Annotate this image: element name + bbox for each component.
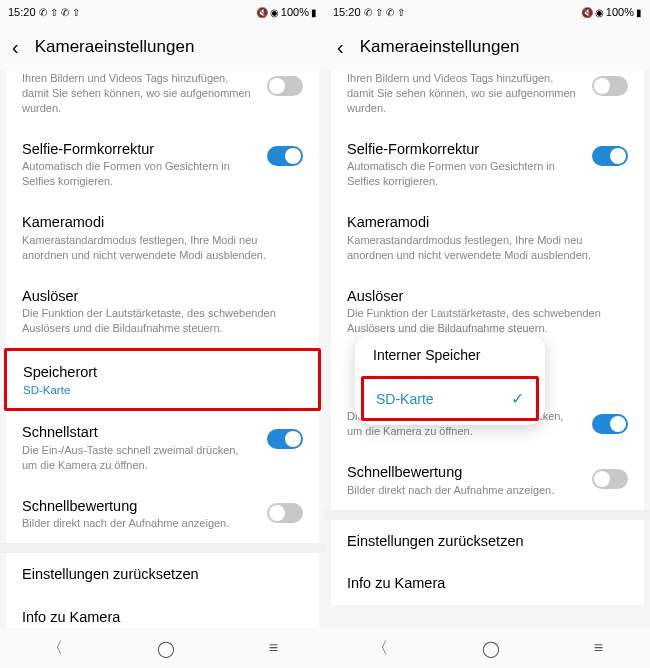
row-desc: Die Funktion der Lautstärketaste, des sc…: [22, 306, 303, 336]
nav-back-icon[interactable]: 〈: [372, 638, 388, 659]
row-quickstart[interactable]: Schnellstart Die Ein-/Aus-Taste schnell …: [6, 411, 319, 485]
status-bar: 15:20 ✆ ⇧ ✆ ⇧ 🔇 ◉ 100% ▮: [0, 0, 325, 24]
check-icon: ✓: [511, 389, 524, 408]
row-about[interactable]: Info zu Kamera: [331, 562, 644, 605]
row-title: Einstellungen zurücksetzen: [22, 565, 199, 584]
row-title: Schnellstart: [22, 423, 255, 442]
row-about[interactable]: Info zu Kamera: [6, 596, 319, 628]
back-icon[interactable]: ‹: [337, 36, 344, 59]
header: ‹ Kameraeinstellungen: [325, 24, 650, 70]
row-camera-modes[interactable]: Kameramodi Kamerastandardmodus festlegen…: [6, 201, 319, 275]
nav-bar: 〈 ◯ ≡: [325, 628, 650, 668]
row-desc: Die Funktion der Lautstärketaste, des sc…: [347, 306, 628, 336]
whatsapp-icon: ✆: [61, 7, 69, 18]
upload-icon: ⇧: [397, 7, 405, 18]
row-desc: Kamerastandardmodus festlegen, Ihre Modi…: [22, 233, 303, 263]
upload-icon: ⇧: [72, 7, 80, 18]
whatsapp-icon: ✆: [386, 7, 394, 18]
status-left: 15:20 ✆ ⇧ ✆ ⇧: [333, 6, 405, 18]
nav-recent-icon[interactable]: ≡: [269, 639, 278, 657]
row-title: Kameramodi: [22, 213, 303, 232]
status-right: 🔇 ◉ 100% ▮: [256, 6, 317, 18]
row-title: Info zu Kamera: [22, 608, 120, 627]
row-geotag[interactable]: Ihren Bildern und Videos Tags hinzufügen…: [331, 70, 644, 128]
row-title: Speicherort: [23, 363, 302, 382]
wifi-icon: ◉: [270, 7, 279, 18]
upload-icon: ⇧: [375, 7, 383, 18]
row-desc: Bilder direkt nach der Aufnahme anzeigen…: [22, 516, 255, 531]
row-desc: Automatisch die Formen von Gesichtern in…: [22, 159, 255, 189]
toggle-geotag[interactable]: [592, 76, 628, 96]
row-desc: Ihren Bildern und Videos Tags hinzufügen…: [347, 71, 580, 116]
battery-icon: ▮: [311, 7, 317, 18]
row-desc: Die Ein-/Aus-Taste schnell zweimal drück…: [22, 443, 255, 473]
row-shutter[interactable]: Auslöser Die Funktion der Lautstärketast…: [6, 275, 319, 349]
row-title: Schnellbewertung: [22, 497, 255, 516]
header: ‹ Kameraeinstellungen: [0, 24, 325, 70]
row-title: Selfie-Formkorrektur: [22, 140, 255, 159]
row-title: Auslöser: [347, 287, 628, 306]
row-selfie-correction[interactable]: Selfie-Formkorrektur Automatisch die For…: [6, 128, 319, 202]
nav-home-icon[interactable]: ◯: [157, 639, 175, 658]
row-title: Selfie-Formkorrektur: [347, 140, 580, 159]
row-desc: Bilder direkt nach der Aufnahme anzeigen…: [347, 483, 580, 498]
settings-section-1: Ihren Bildern und Videos Tags hinzufügen…: [331, 70, 644, 510]
status-time: 15:20: [8, 6, 36, 18]
status-left: 15:20 ✆ ⇧ ✆ ⇧: [8, 6, 80, 18]
row-title: Einstellungen zurücksetzen: [347, 532, 524, 551]
page-title: Kameraeinstellungen: [35, 37, 195, 57]
status-right: 🔇 ◉ 100% ▮: [581, 6, 642, 18]
mute-icon: 🔇: [581, 7, 593, 18]
toggle-selfie[interactable]: [267, 146, 303, 166]
row-reset[interactable]: Einstellungen zurücksetzen: [331, 520, 644, 563]
whatsapp-icon: ✆: [39, 7, 47, 18]
row-desc: Ihren Bildern und Videos Tags hinzufügen…: [22, 71, 255, 116]
status-bar: 15:20 ✆ ⇧ ✆ ⇧ 🔇 ◉ 100% ▮: [325, 0, 650, 24]
mute-icon: 🔇: [256, 7, 268, 18]
toggle-review[interactable]: [267, 503, 303, 523]
row-desc: Kamerastandardmodus festlegen, Ihre Modi…: [347, 233, 628, 263]
upload-icon: ⇧: [50, 7, 58, 18]
whatsapp-icon: ✆: [364, 7, 372, 18]
toggle-selfie[interactable]: [592, 146, 628, 166]
row-review[interactable]: Schnellbewertung Bilder direkt nach der …: [331, 451, 644, 510]
row-desc: Automatisch die Formen von Gesichtern in…: [347, 159, 580, 189]
battery-text: 100%: [606, 6, 634, 18]
toggle-geotag[interactable]: [267, 76, 303, 96]
row-geotag[interactable]: Ihren Bildern und Videos Tags hinzufügen…: [6, 70, 319, 128]
popup-option-label: Interner Speicher: [373, 347, 480, 363]
toggle-quickstart[interactable]: [267, 429, 303, 449]
nav-recent-icon[interactable]: ≡: [594, 639, 603, 657]
toggle-quickstart[interactable]: [592, 414, 628, 434]
battery-icon: ▮: [636, 7, 642, 18]
settings-section-1: Ihren Bildern und Videos Tags hinzufügen…: [6, 70, 319, 543]
popup-option-label: SD-Karte: [376, 391, 434, 407]
phone-right: 15:20 ✆ ⇧ ✆ ⇧ 🔇 ◉ 100% ▮ ‹ Kameraeinstel…: [325, 0, 650, 668]
popup-option-sdcard[interactable]: SD-Karte ✓: [361, 376, 539, 421]
phone-left: 15:20 ✆ ⇧ ✆ ⇧ 🔇 ◉ 100% ▮ ‹ Kameraeinstel…: [0, 0, 325, 668]
nav-back-icon[interactable]: 〈: [47, 638, 63, 659]
toggle-review[interactable]: [592, 469, 628, 489]
row-camera-modes[interactable]: Kameramodi Kamerastandardmodus festlegen…: [331, 201, 644, 275]
row-review[interactable]: Schnellbewertung Bilder direkt nach der …: [6, 485, 319, 544]
row-title: Info zu Kamera: [347, 574, 445, 593]
nav-bar: 〈 ◯ ≡: [0, 628, 325, 668]
settings-section-2: Einstellungen zurücksetzen Info zu Kamer…: [331, 520, 644, 606]
wifi-icon: ◉: [595, 7, 604, 18]
row-title: Auslöser: [22, 287, 303, 306]
settings-section-2: Einstellungen zurücksetzen Info zu Kamer…: [6, 553, 319, 628]
row-title: Schnellbewertung: [347, 463, 580, 482]
row-selfie-correction[interactable]: Selfie-Formkorrektur Automatisch die For…: [331, 128, 644, 202]
row-reset[interactable]: Einstellungen zurücksetzen: [6, 553, 319, 596]
scroll-area[interactable]: Ihren Bildern und Videos Tags hinzufügen…: [0, 70, 325, 628]
storage-popup: Interner Speicher SD-Karte ✓: [355, 333, 545, 425]
back-icon[interactable]: ‹: [12, 36, 19, 59]
popup-option-internal[interactable]: Interner Speicher: [355, 333, 545, 377]
row-storage[interactable]: Speicherort SD-Karte: [4, 348, 321, 411]
row-value: SD-Karte: [23, 384, 302, 396]
battery-text: 100%: [281, 6, 309, 18]
page-title: Kameraeinstellungen: [360, 37, 520, 57]
row-title: Kameramodi: [347, 213, 628, 232]
status-time: 15:20: [333, 6, 361, 18]
nav-home-icon[interactable]: ◯: [482, 639, 500, 658]
